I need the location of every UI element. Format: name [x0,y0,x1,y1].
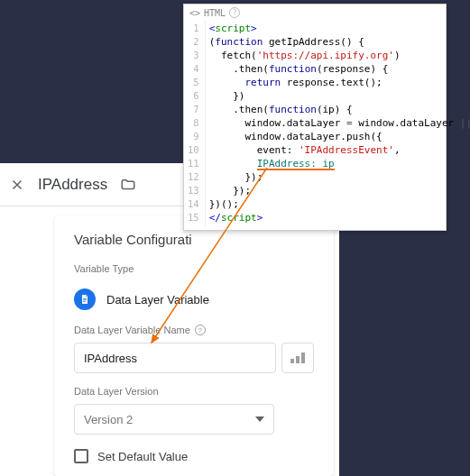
close-icon[interactable] [9,177,25,193]
page-title: IPAddress [38,176,107,194]
version-select[interactable]: Version 2 [74,404,274,435]
svg-rect-4 [296,356,300,363]
version-value: Version 2 [84,413,133,426]
variable-name-input[interactable] [74,343,276,373]
variable-type-label: Variable Type [74,263,314,274]
svg-rect-3 [290,359,294,363]
variable-config-card: Variable Configurati Variable Type Data … [54,215,334,476]
code-editor-panel: <> HTML ? 1 2 3 4 5 6 7 8 9 10 11 12 13 … [183,4,447,231]
variable-name-label: Data Layer Variable Name ? [74,325,314,335]
default-value-checkbox[interactable]: Set Default Value [74,449,314,463]
variable-type-row[interactable]: Data Layer Variable [74,281,314,325]
variable-type-name: Data Layer Variable [106,293,209,307]
line-numbers: 1 2 3 4 5 6 7 8 9 10 11 12 13 14 15 [184,20,206,226]
chevron-down-icon [255,416,264,422]
code-tab[interactable]: <> HTML ? [184,5,446,20]
checkbox-icon [74,449,88,463]
svg-rect-0 [83,298,87,299]
data-layer-icon [74,288,96,310]
version-label: Data Layer Version [74,386,314,397]
svg-rect-1 [83,300,87,301]
building-block-button[interactable] [281,343,314,373]
folder-icon[interactable] [120,177,136,193]
help-icon[interactable]: ? [195,325,206,335]
svg-rect-5 [301,352,305,363]
default-value-label: Set Default Value [97,450,188,463]
svg-rect-2 [83,301,86,302]
code-content[interactable]: <script> (function getIpAddress() { fetc… [206,20,470,226]
card-title: Variable Configurati [74,232,314,247]
help-icon[interactable]: ? [229,7,240,18]
